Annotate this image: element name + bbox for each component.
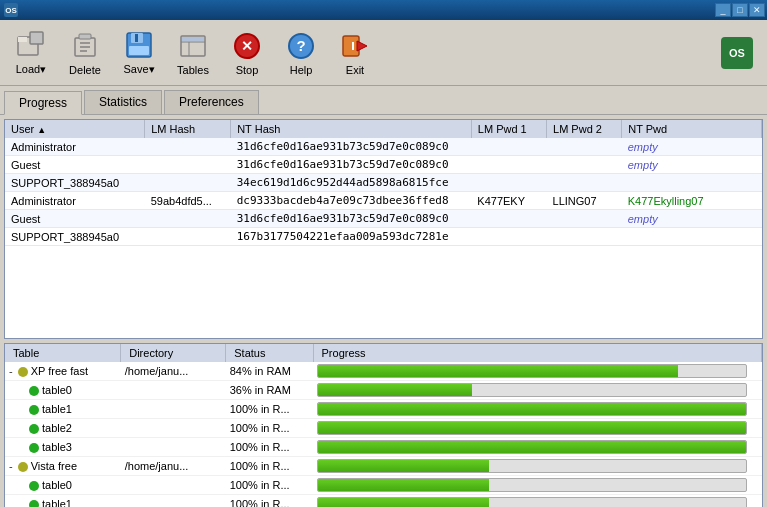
table-row[interactable]: Administrator31d6cfe0d16ae931b73c59d7e0c… (5, 138, 762, 156)
child-row[interactable]: table2100% in R... (5, 419, 762, 438)
nthash-cell: 31d6cfe0d16ae931b73c59d7e0c089c0 (231, 210, 472, 228)
col-header-user[interactable]: User ▲ (5, 120, 145, 138)
child-progress-cell (313, 400, 761, 419)
load-icon (15, 29, 47, 61)
stop-button[interactable]: Stop (220, 25, 274, 81)
user-cell: Guest (5, 156, 145, 174)
child-dir-cell (121, 419, 226, 438)
app-icon: OS (4, 3, 18, 17)
tables-icon (177, 30, 209, 62)
help-button[interactable]: ? Help (274, 25, 328, 81)
child-status-cell: 100% in R... (226, 495, 313, 508)
child-row[interactable]: table3100% in R... (5, 438, 762, 457)
ntpwd-cell: empty (622, 138, 762, 156)
child-row[interactable]: table1100% in R... (5, 495, 762, 508)
child-progress-cell (313, 495, 761, 508)
about-button[interactable]: OS (711, 33, 763, 73)
lmhash-cell: 59ab4dfd5... (145, 192, 231, 210)
table-row[interactable]: SUPPORT_388945a034ec619d1d6c952d44ad5898… (5, 174, 762, 192)
ntpwd-cell: K477Ekylling07 (622, 192, 762, 210)
minimize-button[interactable]: _ (715, 3, 731, 17)
child-row[interactable]: table1100% in R... (5, 400, 762, 419)
table-row[interactable]: Administrator59ab4dfd5...dc9333bacdeb4a7… (5, 192, 762, 210)
col-header-table: Table (5, 344, 121, 362)
group-name-cell: - XP free fast (5, 362, 121, 381)
lmhash-cell (145, 174, 231, 192)
group-row[interactable]: - Vista free/home/janu...100% in R... (5, 457, 762, 476)
child-dir-cell (121, 476, 226, 495)
child-status-cell: 100% in R... (226, 419, 313, 438)
child-name-cell: table1 (5, 400, 121, 419)
tables-label: Tables (177, 64, 209, 76)
group-row[interactable]: - XP free fast/home/janu...84% in RAM (5, 362, 762, 381)
svg-marker-17 (357, 41, 367, 51)
save-icon (123, 29, 155, 61)
child-row[interactable]: table0100% in R... (5, 476, 762, 495)
tables-progress-panel: Table Directory Status Progress - XP fre… (4, 343, 763, 507)
stop-label: Stop (236, 64, 259, 76)
save-label: Save▾ (123, 63, 154, 76)
user-cell: Guest (5, 210, 145, 228)
col-header-status: Status (226, 344, 313, 362)
col-header-lmhash[interactable]: LM Hash (145, 120, 231, 138)
col-header-progress: Progress (313, 344, 761, 362)
child-status-cell: 100% in R... (226, 438, 313, 457)
lmpwd2-cell (547, 138, 622, 156)
tab-progress[interactable]: Progress (4, 91, 82, 115)
col-header-ntpwd[interactable]: NT Pwd (622, 120, 762, 138)
col-header-directory: Directory (121, 344, 226, 362)
close-button[interactable]: ✕ (749, 3, 765, 17)
ntpwd-cell: empty (622, 156, 762, 174)
delete-label: Delete (69, 64, 101, 76)
lmpwd1-cell (471, 138, 546, 156)
col-header-lmpwd1[interactable]: LM Pwd 1 (471, 120, 546, 138)
svg-rect-2 (18, 37, 27, 42)
lmpwd2-cell: LLING07 (547, 192, 622, 210)
titlebar: OS _ □ ✕ (0, 0, 767, 20)
svg-rect-11 (135, 34, 138, 42)
stop-icon (231, 30, 263, 62)
tables-button[interactable]: Tables (166, 25, 220, 81)
password-table-body: Administrator31d6cfe0d16ae931b73c59d7e0c… (5, 138, 762, 246)
lmhash-cell (145, 138, 231, 156)
password-table-panel: User ▲ LM Hash NT Hash LM Pwd 1 LM Pwd 2… (4, 119, 763, 339)
tab-statistics[interactable]: Statistics (84, 90, 162, 114)
table-row[interactable]: Guest31d6cfe0d16ae931b73c59d7e0c089c0emp… (5, 210, 762, 228)
child-dir-cell (121, 438, 226, 457)
child-row[interactable]: table036% in RAM (5, 381, 762, 400)
child-dir-cell (121, 381, 226, 400)
col-header-nthash[interactable]: NT Hash (231, 120, 472, 138)
main-content: User ▲ LM Hash NT Hash LM Pwd 1 LM Pwd 2… (0, 115, 767, 507)
child-dir-cell (121, 495, 226, 508)
user-cell: SUPPORT_388945a0 (5, 228, 145, 246)
svg-rect-10 (129, 46, 149, 55)
ntpwd-cell: empty (622, 210, 762, 228)
child-status-cell: 100% in R... (226, 476, 313, 495)
save-button[interactable]: Save▾ (112, 24, 166, 81)
group-dir-cell: /home/janu... (121, 362, 226, 381)
table-row[interactable]: Guest31d6cfe0d16ae931b73c59d7e0c089c0emp… (5, 156, 762, 174)
lmpwd2-cell (547, 210, 622, 228)
delete-button[interactable]: Delete (58, 25, 112, 81)
load-button[interactable]: Load▾ (4, 24, 58, 81)
load-label: Load▾ (16, 63, 46, 76)
bottom-table-body: - XP free fast/home/janu...84% in RAMtab… (5, 362, 762, 507)
svg-rect-15 (182, 37, 204, 41)
tab-bar: Progress Statistics Preferences (0, 86, 767, 115)
lmpwd1-cell: K477EKY (471, 192, 546, 210)
lmpwd1-cell (471, 210, 546, 228)
window-controls: _ □ ✕ (715, 3, 765, 17)
child-name-cell: table2 (5, 419, 121, 438)
table-row[interactable]: SUPPORT_388945a0167b3177504221efaa009a59… (5, 228, 762, 246)
col-header-lmpwd2[interactable]: LM Pwd 2 (547, 120, 622, 138)
lmpwd1-cell (471, 228, 546, 246)
tables-table: Table Directory Status Progress - XP fre… (5, 344, 762, 507)
exit-button[interactable]: Exit (328, 25, 382, 81)
ntpwd-cell (622, 228, 762, 246)
child-progress-cell (313, 438, 761, 457)
password-table: User ▲ LM Hash NT Hash LM Pwd 1 LM Pwd 2… (5, 120, 762, 246)
maximize-button[interactable]: □ (732, 3, 748, 17)
lmpwd1-cell (471, 174, 546, 192)
nthash-cell: dc9333bacdeb4a7e09c73dbee36ffed8 (231, 192, 472, 210)
tab-preferences[interactable]: Preferences (164, 90, 259, 114)
